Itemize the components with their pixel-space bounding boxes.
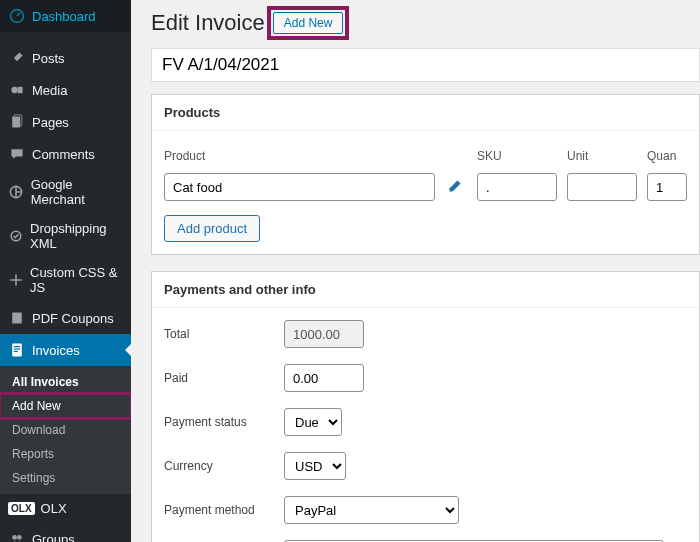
- add-new-highlight: Add New: [273, 12, 344, 34]
- svg-point-1: [11, 87, 17, 93]
- sidebar-item-olx[interactable]: OLX OLX: [0, 494, 131, 523]
- dashboard-icon: [8, 7, 26, 25]
- dropship-icon: [8, 227, 24, 245]
- sidebar-item-invoices[interactable]: Invoices: [0, 334, 131, 366]
- sidebar-sub-add-new[interactable]: Add New: [0, 394, 131, 418]
- invoice-icon: [8, 341, 26, 359]
- payments-panel-title: Payments and other info: [152, 272, 699, 308]
- media-icon: [8, 81, 26, 99]
- sidebar-item-google-merchant[interactable]: Google Merchant: [0, 170, 131, 214]
- sidebar-item-label: OLX: [41, 501, 67, 516]
- google-icon: [8, 183, 25, 201]
- pin-icon: [8, 49, 26, 67]
- product-qty-input[interactable]: [647, 173, 687, 201]
- sidebar-item-comments[interactable]: Comments: [0, 138, 131, 170]
- sidebar-item-label: PDF Coupons: [32, 311, 114, 326]
- products-panel-title: Products: [152, 95, 699, 131]
- svg-rect-10: [14, 351, 18, 352]
- svg-rect-6: [12, 312, 22, 323]
- sidebar-item-label: Dashboard: [32, 9, 96, 24]
- method-label: Payment method: [164, 503, 284, 517]
- sidebar-item-groups[interactable]: Groups: [0, 523, 131, 542]
- sidebar-item-dashboard[interactable]: Dashboard: [0, 0, 131, 32]
- payment-method-select[interactable]: PayPal: [284, 496, 459, 524]
- invoice-title-input[interactable]: [151, 48, 700, 82]
- sidebar-item-label: Media: [32, 83, 67, 98]
- sidebar-submenu-invoices: All Invoices Add New Download Reports Se…: [0, 366, 131, 494]
- svg-rect-9: [14, 348, 20, 349]
- sidebar-item-label: Invoices: [32, 343, 80, 358]
- main-content: Edit Invoice Add New Products Product: [131, 0, 700, 542]
- svg-point-12: [17, 535, 22, 540]
- payment-status-select[interactable]: Due: [284, 408, 342, 436]
- pdf-icon: [8, 309, 26, 327]
- sidebar-item-label: Custom CSS & JS: [30, 265, 123, 295]
- currency-label: Currency: [164, 459, 284, 473]
- col-qty-label: Quan: [647, 143, 687, 173]
- status-label: Payment status: [164, 415, 284, 429]
- sidebar-item-pages[interactable]: Pages: [0, 106, 131, 138]
- sidebar-item-custom-css-js[interactable]: Custom CSS & JS: [0, 258, 131, 302]
- currency-select[interactable]: USD: [284, 452, 346, 480]
- sidebar-item-label: Google Merchant: [31, 177, 123, 207]
- product-unit-input[interactable]: [567, 173, 637, 201]
- sidebar-item-label: Dropshipping XML: [30, 221, 123, 251]
- sidebar-item-label: Comments: [32, 147, 95, 162]
- products-panel: Products Product SKU Uni: [151, 94, 700, 255]
- page-title: Edit Invoice: [151, 10, 265, 36]
- sidebar-item-media[interactable]: Media: [0, 74, 131, 106]
- products-table: Product SKU Unit: [164, 143, 687, 201]
- sidebar-item-label: Pages: [32, 115, 69, 130]
- svg-rect-8: [14, 346, 20, 347]
- paid-label: Paid: [164, 371, 284, 385]
- sidebar-item-pdf-coupons[interactable]: PDF Coupons: [0, 302, 131, 334]
- product-sku-input[interactable]: [477, 173, 557, 201]
- svg-point-11: [12, 535, 17, 540]
- add-product-button[interactable]: Add product: [164, 215, 260, 242]
- product-name-input[interactable]: [164, 173, 435, 201]
- plus-icon: [8, 271, 24, 289]
- comments-icon: [8, 145, 26, 163]
- col-sku-label: SKU: [477, 143, 557, 173]
- edit-icon[interactable]: [443, 178, 467, 197]
- add-new-button[interactable]: Add New: [273, 12, 344, 34]
- admin-sidebar: Dashboard Posts Media Pages Comments Goo…: [0, 0, 131, 542]
- sidebar-item-label: Posts: [32, 51, 65, 66]
- total-input: [284, 320, 364, 348]
- page-header: Edit Invoice Add New: [151, 10, 700, 36]
- payments-panel: Payments and other info Total Paid Payme…: [151, 271, 700, 542]
- groups-icon: [8, 530, 26, 542]
- olx-icon: OLX: [8, 502, 35, 515]
- sidebar-sub-all-invoices[interactable]: All Invoices: [0, 370, 131, 394]
- svg-rect-7: [12, 344, 22, 357]
- sidebar-sub-settings[interactable]: Settings: [0, 466, 131, 490]
- sidebar-item-dropshipping[interactable]: Dropshipping XML: [0, 214, 131, 258]
- active-arrow-icon: [125, 344, 131, 356]
- total-label: Total: [164, 327, 284, 341]
- sidebar-item-posts[interactable]: Posts: [0, 42, 131, 74]
- sidebar-item-label: Groups: [32, 532, 75, 543]
- sidebar-sub-download[interactable]: Download: [0, 418, 131, 442]
- paid-input[interactable]: [284, 364, 364, 392]
- sidebar-sub-reports[interactable]: Reports: [0, 442, 131, 466]
- col-product-label: Product: [164, 143, 467, 173]
- pages-icon: [8, 113, 26, 131]
- col-unit-label: Unit: [567, 143, 637, 173]
